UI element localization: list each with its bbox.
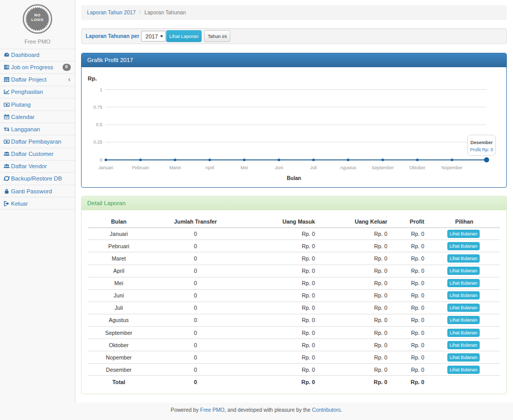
svg-text:1: 1 bbox=[100, 87, 102, 92]
svg-text:Nopember: Nopember bbox=[441, 165, 462, 170]
svg-text:Juli: Juli bbox=[310, 165, 317, 170]
svg-text:Oktober: Oktober bbox=[409, 165, 425, 170]
svg-text:Januari: Januari bbox=[98, 165, 113, 170]
svg-text:Mei: Mei bbox=[241, 165, 248, 170]
svg-text:Rp.: Rp. bbox=[88, 75, 97, 82]
svg-text:Bulan: Bulan bbox=[287, 175, 301, 181]
svg-text:LOGO: LOGO bbox=[31, 17, 44, 22]
svg-text:Maret: Maret bbox=[169, 165, 181, 170]
svg-text:Agustus: Agustus bbox=[340, 165, 357, 170]
svg-text:April: April bbox=[205, 165, 214, 170]
svg-text:0.75: 0.75 bbox=[93, 105, 103, 110]
svg-text:Desember: Desember bbox=[470, 140, 493, 145]
svg-text:0: 0 bbox=[100, 157, 102, 163]
svg-text:NO: NO bbox=[34, 13, 41, 17]
svg-text:Profit Rp: 0: Profit Rp: 0 bbox=[470, 147, 493, 152]
svg-text:Juni: Juni bbox=[275, 165, 283, 170]
svg-text:0.5: 0.5 bbox=[96, 122, 103, 127]
svg-text:September: September bbox=[372, 165, 394, 170]
svg-text:Pebruari: Pebruari bbox=[132, 165, 149, 170]
svg-text:0.25: 0.25 bbox=[93, 139, 103, 145]
